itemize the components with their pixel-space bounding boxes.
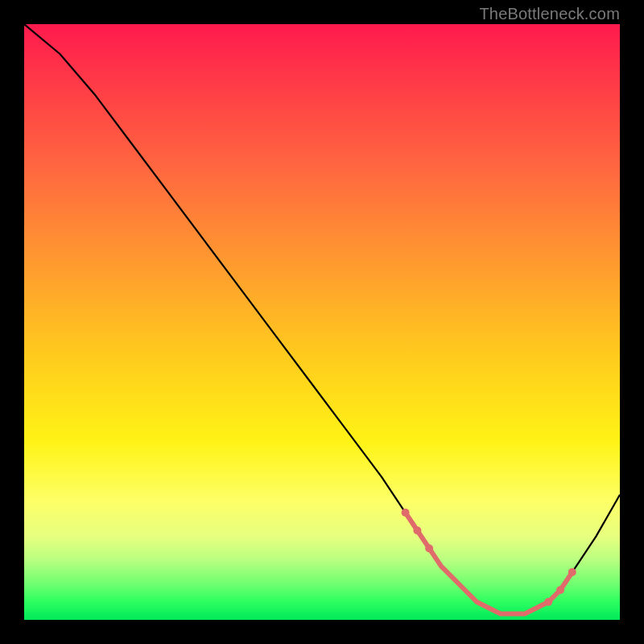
bottleneck-curve-line	[24, 24, 620, 614]
watermark-text: TheBottleneck.com	[479, 5, 620, 23]
marker-dot	[425, 544, 433, 552]
optimal-range-markers	[402, 509, 576, 614]
marker-dot	[544, 598, 552, 606]
chart-svg	[24, 24, 620, 620]
bottleneck-curve	[24, 24, 620, 614]
marker-dot	[402, 509, 410, 517]
chart-area	[24, 24, 620, 620]
marker-dot	[413, 526, 421, 535]
marker-dot	[568, 568, 576, 576]
marker-dot	[556, 586, 564, 594]
